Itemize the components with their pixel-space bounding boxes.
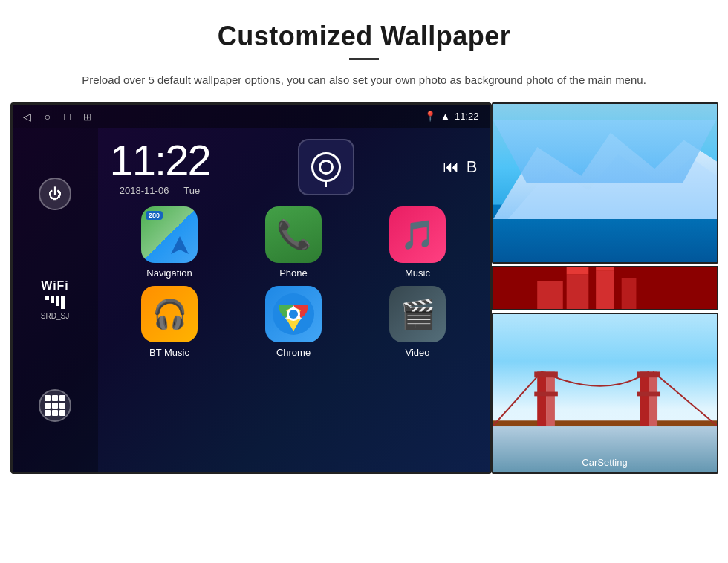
page-subtitle: Preload over 5 default wallpaper options… bbox=[59, 72, 669, 89]
red-building-svg bbox=[493, 267, 717, 309]
antenna-widget[interactable] bbox=[298, 139, 354, 195]
svg-rect-19 bbox=[493, 420, 717, 426]
android-screen: ◁ ○ □ ⊞ 📍 ▲ 11:22 ⏻ WiFi bbox=[10, 102, 492, 474]
grid-dot bbox=[52, 410, 58, 416]
video-symbol: 🎬 bbox=[400, 298, 435, 331]
status-bar: ◁ ○ □ ⊞ 📍 ▲ 11:22 bbox=[13, 105, 490, 128]
apps-grid-icon bbox=[45, 395, 65, 416]
page-title: Customized Wallpaper bbox=[45, 21, 683, 52]
svg-rect-12 bbox=[596, 270, 614, 308]
chrome-icon bbox=[265, 286, 322, 342]
clock-area: 11:22 2018-11-06 Tue bbox=[110, 139, 210, 196]
day-value: Tue bbox=[183, 185, 200, 196]
apps-button[interactable] bbox=[39, 389, 71, 422]
grid-dot bbox=[45, 410, 51, 416]
screen-wrapper: ◁ ○ □ ⊞ 📍 ▲ 11:22 ⏻ WiFi bbox=[0, 102, 728, 474]
home-icon[interactable]: ○ bbox=[45, 111, 51, 123]
nav-buttons: ◁ ○ □ ⊞ bbox=[23, 111, 93, 123]
status-time: 11:22 bbox=[455, 111, 479, 122]
nav-badge: 280 bbox=[146, 211, 163, 220]
prev-track-icon[interactable]: ⏮ bbox=[443, 157, 459, 177]
wifi-bar-4 bbox=[61, 296, 65, 309]
wifi-bar-2 bbox=[51, 296, 54, 303]
svg-rect-27 bbox=[637, 391, 660, 396]
video-label: Video bbox=[405, 347, 429, 358]
center-content: 11:22 2018-11-06 Tue ⏮ bbox=[98, 128, 490, 472]
grid-dot bbox=[45, 395, 51, 401]
svg-marker-0 bbox=[171, 236, 189, 254]
sidebar: ⏻ WiFi SRD_SJ bbox=[13, 128, 98, 472]
wallpaper-panel: CarSetting bbox=[492, 102, 718, 474]
svg-rect-24 bbox=[640, 371, 649, 426]
chrome-logo-icon bbox=[273, 293, 314, 335]
svg-rect-13 bbox=[621, 278, 636, 309]
svg-rect-11 bbox=[566, 274, 588, 309]
wallpaper-glacier[interactable] bbox=[492, 102, 718, 264]
bt-symbol: 🎧 bbox=[152, 298, 187, 331]
bt-music-label: BT Music bbox=[149, 347, 189, 358]
app-bt-music[interactable]: 🎧 BT Music bbox=[111, 286, 228, 358]
bt-music-icon: 🎧 bbox=[141, 286, 198, 342]
location-icon: 📍 bbox=[424, 111, 436, 122]
svg-point-5 bbox=[289, 310, 298, 319]
svg-rect-14 bbox=[537, 281, 563, 308]
clock-date: 2018-11-06 Tue bbox=[110, 185, 210, 196]
glacier-svg bbox=[493, 104, 717, 262]
svg-rect-16 bbox=[596, 267, 614, 271]
music-icon: 🎵 bbox=[389, 206, 446, 263]
grid-dot bbox=[52, 395, 58, 401]
music-symbol: 🎵 bbox=[400, 218, 435, 251]
wifi-bar-1 bbox=[45, 296, 49, 300]
wifi-bars bbox=[41, 296, 69, 309]
status-icons: 📍 ▲ 11:22 bbox=[424, 111, 478, 122]
app-music[interactable]: 🎵 Music bbox=[360, 206, 476, 279]
wallpaper-bridge[interactable]: CarSetting bbox=[492, 313, 718, 474]
title-underline bbox=[349, 58, 379, 60]
wallpaper-red[interactable] bbox=[492, 266, 718, 310]
grid-dot bbox=[59, 403, 65, 409]
media-controls: ⏮ B bbox=[443, 157, 478, 177]
wifi-info: WiFi SRD_SJ bbox=[41, 279, 69, 320]
phone-symbol: 📞 bbox=[276, 218, 311, 251]
recents-icon[interactable]: □ bbox=[64, 111, 70, 123]
grid-dot bbox=[45, 403, 51, 409]
svg-rect-25 bbox=[649, 371, 657, 426]
bluetooth-icon: B bbox=[467, 157, 478, 177]
app-chrome[interactable]: Chrome bbox=[235, 286, 352, 358]
grid-dot bbox=[52, 403, 58, 409]
wifi-bar-3 bbox=[56, 296, 59, 306]
app-phone[interactable]: 📞 Phone bbox=[235, 206, 352, 279]
antenna-symbol bbox=[311, 152, 341, 182]
navigation-icon: 280 bbox=[141, 206, 198, 263]
bridge-svg bbox=[493, 314, 717, 472]
video-icon: 🎬 bbox=[389, 286, 446, 342]
back-icon[interactable]: ◁ bbox=[23, 111, 31, 123]
power-button[interactable]: ⏻ bbox=[39, 178, 71, 210]
date-value: 2018-11-06 bbox=[120, 185, 169, 196]
music-label: Music bbox=[405, 267, 430, 279]
phone-icon: 📞 bbox=[265, 206, 322, 263]
page-header: Customized Wallpaper Preload over 5 defa… bbox=[0, 0, 728, 102]
svg-rect-20 bbox=[537, 371, 546, 426]
antenna-inner bbox=[319, 160, 334, 175]
grid-dot bbox=[59, 395, 65, 401]
svg-rect-23 bbox=[534, 391, 558, 396]
app-navigation[interactable]: 280 Navigation bbox=[111, 206, 228, 279]
screenshot-icon[interactable]: ⊞ bbox=[83, 111, 92, 123]
svg-marker-9 bbox=[507, 154, 716, 218]
signal-icon: ▲ bbox=[441, 111, 450, 122]
svg-rect-21 bbox=[546, 371, 555, 426]
navigation-label: Navigation bbox=[146, 267, 192, 279]
android-main: ⏻ WiFi SRD_SJ bbox=[13, 128, 490, 472]
antenna-line bbox=[325, 180, 327, 187]
app-grid: 280 Navigation 📞 Phone bbox=[98, 196, 490, 358]
navigation-arrow-icon bbox=[166, 232, 193, 258]
app-video[interactable]: 🎬 Video bbox=[360, 286, 476, 358]
clock-time: 11:22 bbox=[110, 139, 210, 182]
svg-rect-15 bbox=[566, 267, 588, 274]
phone-label: Phone bbox=[279, 267, 308, 279]
wifi-label: WiFi bbox=[41, 279, 69, 293]
carsetting-label: CarSetting bbox=[582, 457, 627, 468]
grid-dot bbox=[59, 410, 65, 416]
wifi-ssid: SRD_SJ bbox=[41, 312, 69, 320]
